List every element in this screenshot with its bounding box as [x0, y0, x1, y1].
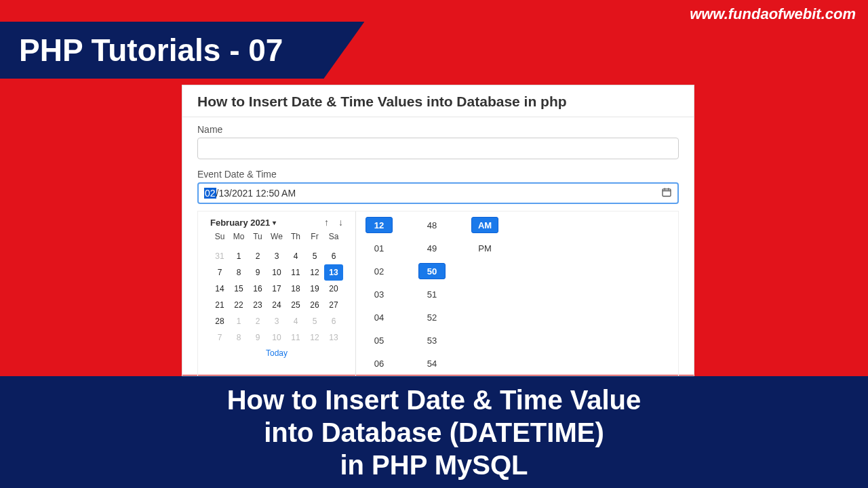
calendar-day[interactable]: 6 [324, 313, 343, 329]
site-url: www.fundaofwebit.com [690, 5, 856, 23]
calendar-day[interactable]: 12 [305, 329, 324, 346]
hour-option[interactable]: 01 [366, 240, 393, 256]
minute-option[interactable]: 52 [418, 309, 446, 325]
calendar-day[interactable]: 19 [305, 281, 324, 297]
hour-option[interactable]: 12 [366, 217, 393, 233]
calendar-day[interactable]: 5 [305, 313, 324, 329]
calendar-grid: SuMoTuWeThFrSa31123456789101112131415161… [210, 232, 343, 346]
form-card: How to Insert Date & Time Values into Da… [182, 85, 694, 375]
minute-option[interactable]: 53 [418, 332, 446, 348]
calendar-day[interactable]: 9 [248, 329, 267, 346]
card-title: How to Insert Date & Time Values into Da… [182, 85, 694, 117]
calendar-day[interactable]: 18 [286, 281, 305, 297]
calendar-day[interactable]: 3 [267, 248, 286, 264]
calendar-day[interactable]: 27 [324, 297, 343, 313]
calendar-day[interactable]: 13 [324, 264, 343, 281]
calendar-day[interactable]: 1 [229, 248, 248, 264]
calendar-day[interactable]: 16 [248, 281, 267, 297]
weekday-header: We [267, 232, 286, 248]
calendar-day[interactable]: 3 [267, 313, 286, 329]
calendar-day[interactable]: 20 [324, 281, 343, 297]
weekday-header: Sa [324, 232, 343, 248]
bottom-line-3: in PHP MySQL [340, 449, 528, 481]
calendar-day[interactable]: 17 [267, 281, 286, 297]
bottom-banner: How to Insert Date & Time Value into Dat… [0, 376, 868, 488]
calendar-day[interactable]: 5 [305, 248, 324, 264]
calendar-day[interactable]: 7 [210, 329, 229, 346]
event-label: Event Date & Time [197, 169, 679, 180]
title-banner: PHP Tutorials - 07 [0, 22, 364, 79]
calendar-day[interactable]: 22 [229, 297, 248, 313]
hour-option[interactable]: 03 [366, 286, 393, 302]
ampm-option[interactable]: PM [471, 240, 498, 256]
dt-month-highlight: 02 [204, 188, 216, 199]
prev-month-icon[interactable]: ↑ [324, 217, 329, 228]
minute-option[interactable]: 49 [418, 240, 446, 256]
calendar-day[interactable]: 26 [305, 297, 324, 313]
datetime-input[interactable]: 02/13/2021 12:50 AM [197, 182, 679, 204]
weekday-header: Fr [305, 232, 324, 248]
calendar-day[interactable]: 21 [210, 297, 229, 313]
calendar-day[interactable]: 12 [305, 264, 324, 281]
calendar-day[interactable]: 2 [248, 248, 267, 264]
minute-option[interactable]: 48 [418, 217, 446, 233]
datetime-picker: February 2021 ↑ ↓ SuMoTuWeThFrSa31123456… [197, 211, 679, 378]
ampm-option[interactable]: AM [471, 217, 498, 233]
month-selector[interactable]: February 2021 [210, 218, 276, 228]
dt-rest: /13/2021 12:50 AM [216, 188, 296, 199]
calendar-day[interactable]: 1 [229, 313, 248, 329]
calendar-day[interactable]: 13 [324, 329, 343, 346]
weekday-header: Th [286, 232, 305, 248]
hour-option[interactable]: 06 [366, 355, 393, 371]
calendar-day[interactable]: 4 [286, 313, 305, 329]
calendar-day[interactable]: 8 [229, 329, 248, 346]
title-text: PHP Tutorials - 07 [19, 32, 283, 68]
calendar-icon[interactable] [661, 187, 672, 200]
next-month-icon[interactable]: ↓ [338, 217, 343, 228]
calendar-day[interactable]: 31 [210, 248, 229, 264]
calendar-day[interactable]: 7 [210, 264, 229, 281]
calendar-day[interactable]: 15 [229, 281, 248, 297]
svg-rect-0 [663, 189, 671, 197]
weekday-header: Mo [229, 232, 248, 248]
calendar-day[interactable]: 10 [267, 264, 286, 281]
calendar-day[interactable]: 8 [229, 264, 248, 281]
calendar-day[interactable]: 23 [248, 297, 267, 313]
time-panel: 12010203040506 48495051525354 AMPM [356, 211, 508, 377]
weekday-header: Tu [248, 232, 267, 248]
hours-column: 12010203040506 [366, 217, 393, 371]
hour-option[interactable]: 04 [366, 309, 393, 325]
today-link[interactable]: Today [210, 348, 343, 358]
calendar-day[interactable]: 11 [286, 329, 305, 346]
hour-option[interactable]: 05 [366, 332, 393, 348]
minutes-column: 48495051525354 [418, 217, 446, 371]
calendar-day[interactable]: 14 [210, 281, 229, 297]
weekday-header: Su [210, 232, 229, 248]
calendar-day[interactable]: 11 [286, 264, 305, 281]
bottom-line-1: How to Insert Date & Time Value [227, 384, 642, 416]
calendar-day[interactable]: 24 [267, 297, 286, 313]
calendar-day[interactable]: 2 [248, 313, 267, 329]
name-label: Name [197, 124, 679, 135]
name-input[interactable] [197, 138, 679, 159]
bottom-line-2: into Database (DATETIME) [264, 416, 604, 449]
calendar-panel: February 2021 ↑ ↓ SuMoTuWeThFrSa31123456… [198, 211, 356, 377]
calendar-day[interactable]: 4 [286, 248, 305, 264]
calendar-day[interactable]: 6 [324, 248, 343, 264]
calendar-day[interactable]: 28 [210, 313, 229, 329]
minute-option[interactable]: 50 [418, 263, 446, 279]
calendar-day[interactable]: 25 [286, 297, 305, 313]
hour-option[interactable]: 02 [366, 263, 393, 279]
calendar-day[interactable]: 10 [267, 329, 286, 346]
calendar-day[interactable]: 9 [248, 264, 267, 281]
ampm-column: AMPM [471, 217, 498, 371]
minute-option[interactable]: 51 [418, 286, 446, 302]
minute-option[interactable]: 54 [418, 355, 446, 371]
card-body: Name Event Date & Time 02/13/2021 12:50 … [182, 117, 694, 376]
